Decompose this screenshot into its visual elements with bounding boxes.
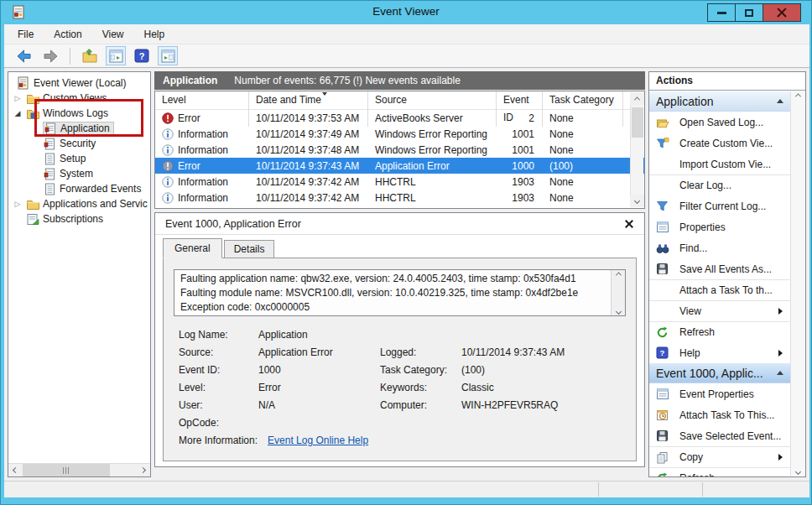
binoculars-icon [656,242,669,254]
tree-item-label: Custom Views [43,92,107,104]
event-row[interactable]: Information 10/11/2014 9:37:42 AM HHCTRL… [155,190,644,206]
column-source[interactable]: Source [368,91,497,127]
column-task-category[interactable]: Task Category [543,91,623,127]
menu-help[interactable]: Help [144,29,165,40]
help-button[interactable]: ? [132,46,152,66]
tree-item-label: Application [60,122,110,134]
tree-item-windows-logs[interactable]: ◢ Windows Logs [8,106,150,121]
tree-item-system[interactable]: System [8,166,150,181]
tab-details[interactable]: Details [224,240,275,258]
tree-item-application[interactable]: Application [8,121,150,136]
field-value: Classic [461,382,626,393]
tree-root-event-viewer-local[interactable]: Event Viewer (Local) [8,75,150,91]
tree-item-subscriptions[interactable]: Subscriptions [8,211,150,226]
export-log-button[interactable] [80,46,100,66]
tree-horizontal-scrollbar[interactable] [8,463,150,476]
properties-icon [656,388,669,400]
action-filter-current-log[interactable]: Filter Current Log... [649,195,790,216]
event-row-selected[interactable]: Error 10/11/2014 9:37:43 AM Application … [155,158,644,174]
expander-expanded-icon[interactable]: ◢ [12,109,23,117]
tree-selection: Application [44,122,113,135]
action-open-saved-log[interactable]: Open Saved Log... [649,112,790,133]
field-value: Error [258,382,380,393]
expander-collapsed-icon[interactable]: ▷ [12,94,23,102]
actions-section-event-1000[interactable]: Event 1000, Applic... [649,363,790,383]
title-bar: Event Viewer [1,1,811,24]
filter-icon [656,200,669,212]
event-row[interactable]: Information 10/11/2014 9:37:49 AM Window… [155,126,644,142]
back-button[interactable] [14,46,34,66]
action-import-custom-view[interactable]: Import Custom Vie... [649,154,790,174]
event-log-online-help-link[interactable]: Event Log Online Help [268,435,368,446]
action-clear-log[interactable]: Clear Log... [649,174,790,195]
action-refresh-event[interactable]: Refresh [649,467,790,476]
maximize-button[interactable] [735,3,763,22]
scrollbar-thumb[interactable] [632,107,643,138]
events-table-scrollbar[interactable] [630,92,643,207]
field-label: OpCode: [179,417,258,429]
tree-item-forwarded-events[interactable]: Forwarded Events [8,181,150,196]
tree-item-applications-and-services[interactable]: ▷ Applications and Servic [8,196,150,211]
field-value: WIN-H2PFEVR5RAQ [461,399,626,411]
actions-section-application[interactable]: Application [649,91,790,112]
menu-view[interactable]: View [102,29,124,40]
scroll-down-button[interactable] [630,195,644,207]
forward-button[interactable] [40,46,60,66]
action-attach-task-to-event[interactable]: Attach Task To This... [649,404,790,425]
event-log-icon [44,122,56,135]
tree-item-security[interactable]: Security [8,136,150,151]
action-find[interactable]: Find... [649,237,790,258]
tree-item-setup[interactable]: Setup [8,151,150,166]
event-row[interactable]: Information 10/11/2014 9:37:42 AM HHCTRL… [155,174,644,190]
tab-general[interactable]: General [163,238,222,258]
detail-close-icon[interactable] [624,219,634,229]
action-attach-task-to-log[interactable]: Attach a Task To th... [649,279,790,300]
column-level[interactable]: Level [155,91,249,127]
scrollbar-track[interactable] [110,464,136,476]
message-line: Faulting module name: MSVCR100.dll, vers… [180,286,606,300]
chevron-right-icon [140,467,146,473]
menu-action[interactable]: Action [54,29,81,40]
actions-scrollbar[interactable] [790,91,804,476]
action-create-custom-view[interactable]: Create Custom Vie... [649,133,790,154]
show-action-pane-button[interactable] [158,46,178,65]
chevron-up-icon [794,93,800,99]
tree-item-custom-views[interactable]: ▷ Custom Views [8,91,150,106]
information-icon [162,192,174,204]
events-table-header: Level Date and Time Source Event ID Task… [155,91,644,110]
event-log-icon [44,168,55,180]
event-detail-pane: Event 1000, Application Error General De… [154,212,645,467]
event-message-box[interactable]: Faulting application name: qbw32.exe, ve… [174,269,626,316]
properties-icon [656,221,669,233]
scroll-left-button[interactable] [8,464,23,476]
message-line: Exception code: 0xc0000005 [180,300,606,315]
scroll-up-button[interactable] [630,92,644,105]
action-save-selected-events[interactable]: Save Selected Event... [649,425,790,446]
action-event-properties[interactable]: Event Properties [649,383,790,404]
minimize-button[interactable] [707,3,736,22]
statusbar-divider [702,482,703,497]
scrollbar-thumb[interactable] [23,464,110,476]
show-console-tree-button[interactable] [106,46,126,65]
action-copy[interactable]: Copy [649,446,790,467]
expander-collapsed-icon[interactable]: ▷ [12,200,23,208]
column-date-and-time[interactable]: Date and Time [249,91,368,127]
event-row[interactable]: Information 10/11/2014 9:37:48 AM Window… [155,142,644,158]
menu-file[interactable]: File [18,29,34,40]
action-help[interactable]: ? Help [649,342,790,363]
action-refresh[interactable]: Refresh [649,321,790,342]
window-controls [708,3,801,22]
collapse-icon[interactable] [777,371,783,375]
close-button[interactable] [763,3,801,22]
message-scrollbar[interactable] [611,270,625,315]
detail-tabs: General Details [155,238,644,258]
action-view[interactable]: View [649,300,790,321]
field-label: User: [179,399,258,411]
action-properties[interactable]: Properties [649,216,790,237]
collapse-icon[interactable] [777,99,783,103]
field-label: Log Name: [179,329,258,341]
scroll-right-button[interactable] [136,464,150,476]
column-event-id[interactable]: Event ID [497,91,543,127]
information-icon [162,176,174,188]
action-save-all-events-as[interactable]: Save All Events As... [649,258,790,279]
